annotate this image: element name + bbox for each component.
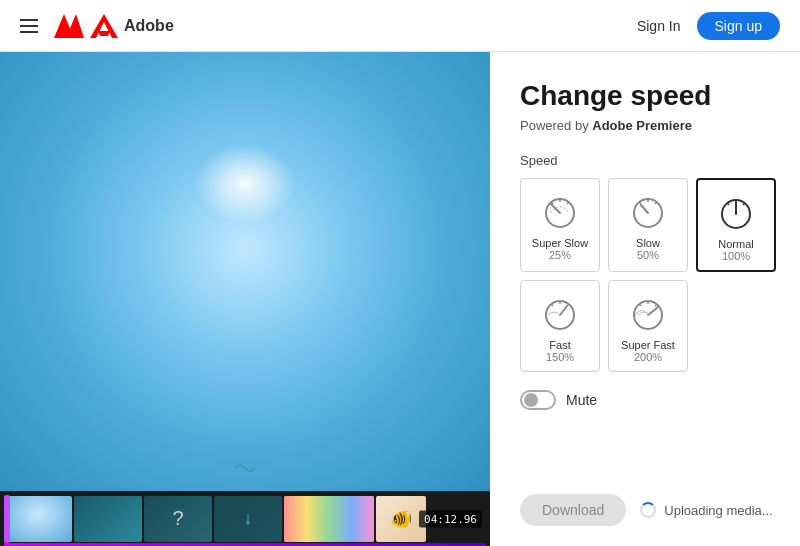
speed-card-fast[interactable]: Fast 150% [520, 280, 600, 372]
svg-line-26 [648, 307, 658, 315]
fast-name: Fast [549, 339, 570, 351]
timeline-strip[interactable]: ? ↓ 🐠 04:12.96 [0, 491, 490, 546]
mute-row: Mute [520, 390, 776, 410]
super-fast-name: Super Fast [621, 339, 675, 351]
normal-pct: 100% [722, 250, 750, 262]
header-left: Adobe [20, 14, 174, 38]
timecode-badge: 04:12.96 [419, 510, 482, 527]
mute-label: Mute [566, 392, 597, 408]
bottom-actions: Download Uploading media... [520, 494, 776, 526]
super-slow-pct: 25% [549, 249, 571, 261]
super-slow-name: Super Slow [532, 237, 588, 249]
normal-icon [716, 192, 756, 232]
svg-line-19 [727, 203, 729, 205]
timeline-thumb-1 [4, 496, 72, 542]
sign-in-button[interactable]: Sign In [637, 18, 681, 34]
speed-grid: Super Slow 25% Slow 50% [520, 178, 776, 372]
adobe-logo-icon [54, 14, 84, 38]
main-content: ? ↓ 🐠 04:12.96 Change speed Powered by A… [0, 52, 800, 546]
speed-card-super-slow[interactable]: Super Slow 25% [520, 178, 600, 272]
video-panel: ? ↓ 🐠 04:12.96 [0, 52, 490, 546]
video-glow [195, 144, 295, 224]
adobe-a-icon [90, 14, 118, 38]
adobe-logo: Adobe [54, 14, 174, 38]
app-header: Adobe Sign In Sign up [0, 0, 800, 52]
speed-card-normal[interactable]: Normal 100% [696, 178, 776, 272]
subtitle-product: Adobe Premiere [592, 118, 692, 133]
download-button[interactable]: Download [520, 494, 626, 526]
timeline-thumb-5 [284, 496, 374, 542]
fast-pct: 150% [546, 351, 574, 363]
mute-toggle-knob [524, 393, 538, 407]
svg-line-28 [655, 304, 657, 306]
slow-icon [628, 191, 668, 231]
speed-label: Speed [520, 153, 776, 168]
timeline-thumb-2 [74, 496, 142, 542]
svg-line-8 [567, 202, 569, 204]
slow-pct: 50% [637, 249, 659, 261]
mute-toggle[interactable] [520, 390, 556, 410]
right-panel: Change speed Powered by Adobe Premiere S… [490, 52, 800, 546]
svg-line-23 [567, 304, 569, 306]
super-slow-icon [540, 191, 580, 231]
menu-icon[interactable] [20, 19, 38, 33]
svg-line-13 [655, 202, 657, 204]
svg-marker-4 [98, 31, 110, 36]
normal-name: Normal [718, 238, 753, 250]
fast-icon [540, 293, 580, 333]
slow-name: Slow [636, 237, 660, 249]
loading-spinner [640, 502, 656, 518]
video-preview [0, 52, 490, 491]
svg-line-11 [641, 205, 648, 213]
svg-line-14 [639, 202, 641, 204]
super-fast-pct: 200% [634, 351, 662, 363]
svg-line-18 [743, 203, 745, 205]
header-right: Sign In Sign up [637, 12, 780, 40]
adobe-text: Adobe [124, 17, 174, 35]
uploading-text: Uploading media... [664, 503, 772, 518]
timeline-marker [4, 495, 10, 543]
timeline-thumb-4: ↓ [214, 496, 282, 542]
svg-line-24 [551, 304, 553, 306]
speed-card-super-fast[interactable]: Super Fast 200% [608, 280, 688, 372]
svg-line-21 [560, 306, 567, 315]
speed-card-slow[interactable]: Slow 50% [608, 178, 688, 272]
video-frame [0, 52, 490, 491]
sign-up-button[interactable]: Sign up [697, 12, 780, 40]
panel-title: Change speed [520, 80, 776, 112]
super-fast-icon [628, 293, 668, 333]
subtitle-prefix: Powered by [520, 118, 592, 133]
timeline-thumb-3: ? [144, 496, 212, 542]
svg-line-29 [639, 304, 641, 306]
uploading-status: Uploading media... [640, 502, 772, 518]
panel-subtitle: Powered by Adobe Premiere [520, 118, 776, 133]
bird-icon [235, 460, 255, 476]
